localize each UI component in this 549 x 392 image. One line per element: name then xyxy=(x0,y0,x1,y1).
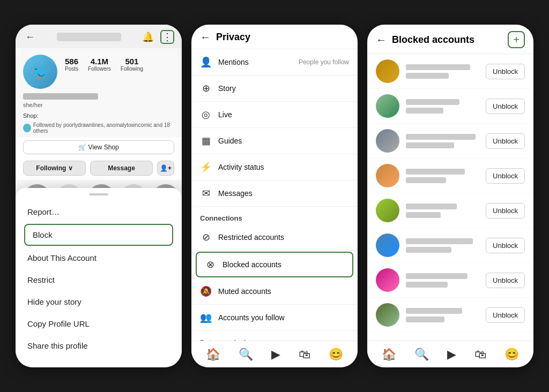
block-menu-item[interactable]: Block xyxy=(24,224,173,246)
blocked-avatar-2 xyxy=(376,94,399,118)
blocked-sub-4 xyxy=(406,177,446,183)
blocked-name-1 xyxy=(406,64,470,70)
messages-icon: ✉ xyxy=(200,187,212,199)
blocked-info-3 xyxy=(406,134,479,148)
home-nav[interactable]: 🏠 xyxy=(206,348,220,361)
back-arrow-3[interactable]: ← xyxy=(376,34,387,46)
report-menu-item[interactable]: Report… xyxy=(16,201,182,223)
unblock-button-1[interactable]: Unblock xyxy=(486,64,525,79)
shop-nav-3[interactable]: 🛍 xyxy=(474,348,486,361)
blocked-info-4 xyxy=(406,169,479,183)
reels-nav-3[interactable]: ▶ xyxy=(447,348,456,361)
story-icon: ⊕ xyxy=(200,82,212,94)
blocked-sub-7 xyxy=(406,282,448,288)
blocked-name-5 xyxy=(406,203,457,209)
blocked-name-3 xyxy=(406,134,476,140)
blocked-sub-1 xyxy=(406,73,449,79)
stats-row: 586 Posts 4.1M Followers 501 Following xyxy=(65,57,143,72)
bottom-nav-3: 🏠 🔍 ▶ 🛍 😊 xyxy=(367,341,533,367)
search-nav-3[interactable]: 🔍 xyxy=(414,348,429,361)
blocked-accounts-title: Blocked accounts xyxy=(392,34,502,46)
followed-by: Followed by poorlydrawnlines, anomalytow… xyxy=(16,121,182,137)
search-nav[interactable]: 🔍 xyxy=(239,348,253,361)
drag-handle xyxy=(89,193,108,195)
copy-url-menu-item[interactable]: Copy Profile URL xyxy=(16,313,182,335)
restrict-menu-item[interactable]: Restrict xyxy=(16,269,182,291)
blocked-item: Unblock xyxy=(367,333,533,338)
blocked-name-7 xyxy=(406,273,468,279)
blocked-info-6 xyxy=(406,238,479,253)
muted-accounts-item[interactable]: 🔕 Muted accounts xyxy=(191,278,358,305)
story-item[interactable]: ⊕ Story xyxy=(191,76,358,102)
following-button[interactable]: Following ∨ xyxy=(23,161,86,176)
header-icons: 🔔 ⋮ xyxy=(141,30,174,44)
unblock-button-8[interactable]: Unblock xyxy=(486,307,525,323)
blocked-avatar-1 xyxy=(376,59,399,83)
username-bar xyxy=(57,33,121,41)
add-blocked-button[interactable]: + xyxy=(508,31,525,48)
reels-nav[interactable]: ▶ xyxy=(271,348,280,361)
share-profile-menu-item[interactable]: Share this profile xyxy=(16,335,182,357)
action-buttons: Following ∨ Message 👤+ xyxy=(16,157,182,180)
blocked-name-4 xyxy=(406,169,465,175)
accounts-follow-item[interactable]: 👥 Accounts you follow xyxy=(191,305,358,331)
activity-status-item[interactable]: ⚡ Activity status xyxy=(191,154,358,180)
unblock-button-7[interactable]: Unblock xyxy=(486,273,525,288)
blocked-name-8 xyxy=(406,308,462,314)
hide-story-menu-item[interactable]: Hide your story xyxy=(16,291,182,313)
blocked-sub-5 xyxy=(406,212,441,218)
blocked-avatar-4 xyxy=(376,164,399,187)
shop-label: Shop: xyxy=(16,111,182,121)
posts-stat: 586 Posts xyxy=(65,57,78,72)
notification-icon[interactable]: 🔔 xyxy=(141,30,155,44)
messages-item[interactable]: ✉ Messages xyxy=(191,180,358,207)
back-arrow[interactable]: ← xyxy=(200,31,211,43)
profile-nav[interactable]: 😊 xyxy=(329,348,343,361)
guides-item[interactable]: ▦ Guides xyxy=(191,128,358,154)
blocked-sub-8 xyxy=(406,316,444,322)
add-friend-button[interactable]: 👤+ xyxy=(157,161,174,176)
blocked-avatar-7 xyxy=(376,268,399,292)
phone-2: ← Privacy 👤 Mentions People you follow ⊕… xyxy=(191,25,358,367)
live-icon: ◎ xyxy=(200,109,212,120)
home-nav-3[interactable]: 🏠 xyxy=(382,348,396,361)
blocked-item: Unblock xyxy=(367,228,533,263)
follow-icon: 👥 xyxy=(200,312,212,323)
view-shop-button[interactable]: 🛒 View Shop xyxy=(23,140,174,154)
avatar: 🐦 xyxy=(23,55,57,89)
privacy-list: 👤 Mentions People you follow ⊕ Story ◎ L… xyxy=(191,49,358,367)
blocked-item: Unblock xyxy=(367,54,533,89)
blocked-icon: ⊗ xyxy=(204,259,216,270)
about-account-menu-item[interactable]: About This Account xyxy=(16,247,182,269)
blocked-info-7 xyxy=(406,273,479,288)
privacy-header: ← Privacy xyxy=(191,25,358,49)
blocked-name-6 xyxy=(406,238,473,244)
mentions-item[interactable]: 👤 Mentions People you follow xyxy=(191,49,358,76)
blocked-info-1 xyxy=(406,64,479,79)
profile-info: she/her xyxy=(16,93,182,111)
blocked-info-5 xyxy=(406,203,479,218)
restricted-accounts-item[interactable]: ⊘ Restricted accounts xyxy=(191,224,358,251)
menu-icon[interactable]: ⋮ xyxy=(160,30,174,44)
blocked-accounts-item[interactable]: ⊗ Blocked accounts xyxy=(196,252,353,277)
bottom-nav: 🏠 🔍 ▶ 🛍 😊 xyxy=(191,341,358,367)
message-button[interactable]: Message xyxy=(90,161,153,176)
activity-icon: ⚡ xyxy=(200,161,212,173)
live-item[interactable]: ◎ Live xyxy=(191,102,358,128)
privacy-title: Privacy xyxy=(216,32,250,43)
unblock-button-5[interactable]: Unblock xyxy=(486,203,525,218)
mentions-icon: 👤 xyxy=(200,56,212,68)
profile-nav-3[interactable]: 😊 xyxy=(505,348,519,361)
unblock-button-2[interactable]: Unblock xyxy=(486,99,525,114)
unblock-button-6[interactable]: Unblock xyxy=(486,238,525,253)
unblock-button-3[interactable]: Unblock xyxy=(486,133,525,149)
guides-icon: ▦ xyxy=(200,135,212,147)
profile-name xyxy=(23,93,98,100)
back-icon[interactable]: ← xyxy=(23,30,37,44)
follower-avatar xyxy=(23,124,31,132)
followers-stat: 4.1M Followers xyxy=(88,57,111,72)
unblock-button-4[interactable]: Unblock xyxy=(486,168,525,184)
blocked-item: Unblock xyxy=(367,263,533,298)
blocked-item: Unblock xyxy=(367,159,533,193)
shop-nav[interactable]: 🛍 xyxy=(299,348,310,361)
